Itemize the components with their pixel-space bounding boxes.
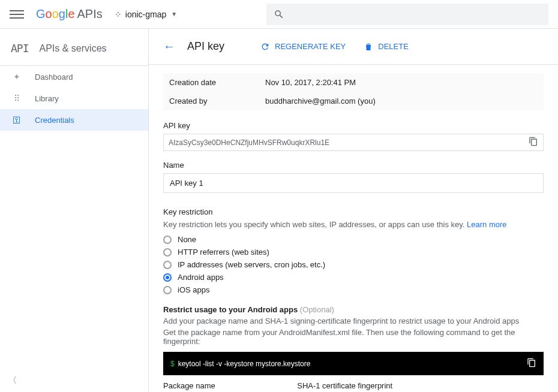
regenerate-label: Regenerate key [275,42,346,51]
topbar: Google APIs ⁘ ionic-gmap ▼ [0,0,558,29]
regenerate-key-button[interactable]: Regenerate key [260,42,346,52]
sidebar-item-label: Credentials [35,116,74,125]
collapse-sidebar-icon[interactable]: 〈 [8,375,17,386]
api-logo-icon: API [11,42,29,55]
api-key-label: API key [163,121,544,130]
meta-table: Creation date Nov 10, 2017, 2:20:41 PM C… [163,73,544,110]
restriction-label: Key restriction [163,207,544,216]
caret-down-icon: ▼ [171,11,177,17]
radio-icon [163,236,172,244]
android-help-line1: Add your package name and SHA-1 signing-… [163,316,544,325]
api-key-field: AIzaSyCsy3e0DHeCNZfjuMHvSFRw0uqkrXRlu1E [163,134,544,151]
radio-icon [163,248,172,257]
creation-date-label: Creation date [169,78,265,87]
restriction-radio-group: NoneHTTP referrers (web sites)IP address… [163,235,544,294]
package-name-label: Package name [163,381,285,390]
project-icon: ⁘ [115,10,122,19]
command-prompt: $ [170,360,175,368]
sidebar-item-label: Dashboard [35,73,73,82]
project-name: ionic-gmap [125,10,166,19]
command-box: $ keytool -list -v -keystore mystore.key… [163,352,544,375]
command-text: keytool -list -v -keystore mystore.keyst… [178,360,311,368]
sidebar-item-credentials[interactable]: ⚿ Credentials [0,109,148,131]
radio-icon [163,261,172,269]
restriction-option-label: HTTP referrers (web sites) [178,248,269,257]
radio-icon [163,273,172,282]
created-by-label: Created by [169,97,265,105]
restriction-option-label: Android apps [178,273,224,282]
created-by-value: buddharchive@gmail.com (you) [265,97,538,105]
delete-button[interactable]: Delete [364,42,409,52]
restriction-help: Key restriction lets you specify which w… [163,220,544,229]
sidebar-item-library[interactable]: ⠿ Library [0,88,148,109]
restriction-option[interactable]: None [163,235,544,244]
dashboard-icon: ✦ [11,72,23,82]
project-picker[interactable]: ⁘ ionic-gmap ▼ [115,10,177,19]
restriction-option[interactable]: iOS apps [163,285,544,294]
api-key-value: AIzaSyCsy3e0DHeCNZfjuMHvSFRw0uqkrXRlu1E [169,138,329,147]
search-input[interactable] [266,4,548,25]
copy-api-key-icon[interactable] [529,137,538,148]
trash-icon [364,42,373,52]
android-help-line2: Get the package name from your AndroidMa… [163,328,544,346]
brand-logo[interactable]: Google APIs [36,7,103,21]
menu-icon[interactable] [10,7,24,22]
search-icon [274,9,284,20]
main-header: ← API key Regenerate key Delete [149,29,558,65]
sidebar: API APIs & services ✦ Dashboard ⠿ Librar… [0,29,149,392]
back-arrow-icon[interactable]: ← [163,40,175,53]
restriction-option-label: IP addresses (web servers, cron jobs, et… [178,260,325,269]
sidebar-item-label: Library [35,94,59,103]
page-title: API key [187,40,224,53]
refresh-icon [260,42,270,52]
name-input[interactable] [163,173,544,193]
learn-more-link[interactable]: Learn more [467,220,506,229]
sidebar-item-dashboard[interactable]: ✦ Dashboard [0,66,148,88]
restriction-option[interactable]: IP addresses (web servers, cron jobs, et… [163,260,544,269]
name-label: Name [163,161,544,170]
restriction-option-label: iOS apps [178,285,209,294]
sidebar-title[interactable]: API APIs & services [0,36,148,66]
radio-icon [163,286,172,294]
restriction-option[interactable]: HTTP referrers (web sites) [163,248,544,257]
android-heading: Restrict usage to your Android apps (Opt… [163,305,544,314]
optional-label: (Optional) [300,305,334,314]
sidebar-title-text: APIs & services [40,43,107,54]
delete-label: Delete [378,42,409,51]
creation-date-value: Nov 10, 2017, 2:20:41 PM [265,78,538,87]
copy-command-icon[interactable] [527,358,536,369]
restriction-option-label: None [178,235,196,244]
key-icon: ⚿ [11,115,23,125]
restriction-option[interactable]: Android apps [163,273,544,282]
main: ← API key Regenerate key Delete Creation… [149,29,558,392]
sha1-label: SHA-1 certificate fingerprint [297,381,517,390]
library-icon: ⠿ [11,94,23,103]
